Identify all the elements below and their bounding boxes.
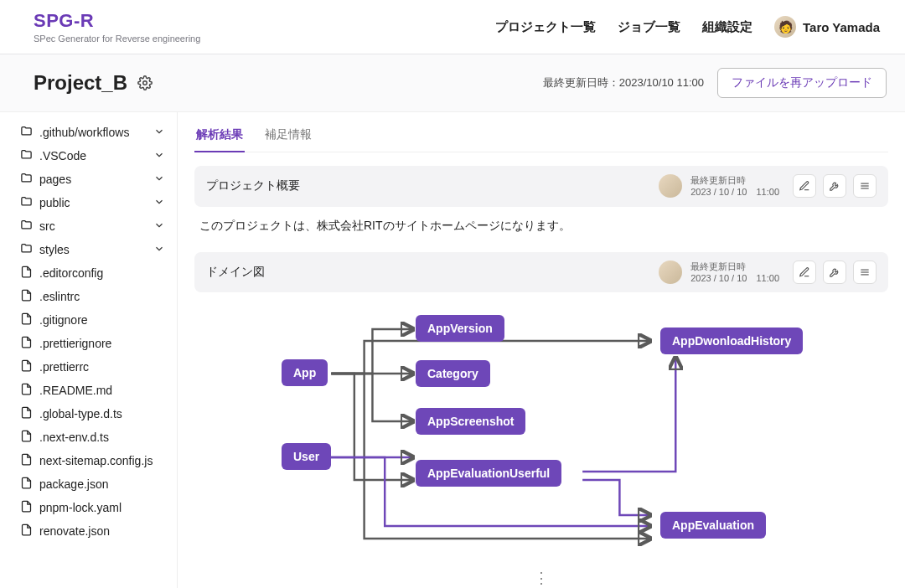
sidebar-file[interactable]: .global-type.d.ts (20, 402, 165, 426)
folder-icon (20, 219, 33, 234)
sidebar-item-label: styles (39, 243, 147, 256)
file-icon (20, 336, 33, 351)
folder-icon (20, 242, 33, 257)
file-icon (20, 312, 33, 328)
folder-icon (20, 172, 33, 187)
nav-org[interactable]: 組織設定 (702, 19, 752, 35)
sidebar-folder[interactable]: styles (20, 238, 165, 261)
brand: SPG-R SPec Generator for Reverse enginee… (34, 10, 200, 44)
edit-icon[interactable] (793, 260, 816, 284)
node-appscreenshot[interactable]: AppScreenshot (416, 408, 525, 435)
sidebar-item-label: .README.md (39, 384, 165, 397)
node-category[interactable]: Category (416, 360, 490, 387)
sidebar-file[interactable]: .README.md (20, 379, 165, 402)
sidebar-item-label: renovate.json (39, 524, 165, 538)
tabs: 解析結果 補足情報 (194, 122, 888, 152)
file-icon (20, 453, 33, 468)
header: SPG-R SPec Generator for Reverse enginee… (0, 0, 905, 54)
tab-supplement[interactable]: 補足情報 (263, 122, 313, 152)
avatar-icon (659, 260, 682, 284)
domain-diagram: App User AppVersion Category AppScreensh… (199, 304, 883, 572)
svg-point-0 (143, 81, 147, 85)
sidebar-item-label: .editorconfig (39, 266, 165, 280)
chevron-down-icon (153, 126, 165, 140)
tab-results[interactable]: 解析結果 (194, 122, 245, 152)
sidebar-item-label: .VSCode (39, 149, 147, 162)
file-icon (20, 289, 33, 304)
page-head: Project_B 最終更新日時：2023/10/10 11:00 ファイルを再… (0, 54, 905, 112)
page-title: Project_B (34, 71, 127, 95)
file-icon (20, 477, 33, 492)
card-domain: ドメイン図 最終更新日時 2023 / 10 / 10 11:00 (194, 252, 888, 588)
node-appversion[interactable]: AppVersion (416, 315, 504, 342)
sidebar-item-label: pages (39, 173, 147, 186)
sidebar-file[interactable]: package.json (20, 472, 165, 496)
sidebar-file[interactable]: .gitignore (20, 308, 165, 332)
sidebar-item-label: .eslintrc (39, 290, 165, 303)
sidebar-item-label: .next-env.d.ts (39, 431, 165, 444)
file-icon (20, 383, 33, 398)
sidebar-file[interactable]: .eslintrc (20, 285, 165, 308)
sidebar: .github/workflows.VSCodepagespublicsrcst… (0, 112, 178, 588)
card-domain-title: ドメイン図 (206, 265, 265, 280)
node-appdownloadhistory[interactable]: AppDwonloadHistory (660, 328, 803, 354)
file-icon (20, 406, 33, 421)
sidebar-folder[interactable]: public (20, 191, 165, 214)
sidebar-item-label: pnpm-lock.yaml (39, 501, 165, 514)
sidebar-file[interactable]: next-sitemap.config.js (20, 449, 165, 472)
file-icon (20, 500, 33, 515)
sidebar-item-label: .gitignore (39, 313, 165, 327)
chevron-down-icon (153, 173, 165, 187)
chevron-down-icon (153, 243, 165, 257)
sidebar-item-label: package.json (39, 477, 165, 491)
reupload-button[interactable]: ファイルを再アップロード (717, 68, 887, 98)
main: 解析結果 補足情報 プロジェクト概要 最終更新日時 2023 / 10 / 10… (178, 112, 905, 588)
avatar-icon: 🧑 (774, 16, 796, 38)
folder-icon (20, 148, 33, 163)
tool-icon[interactable] (823, 260, 846, 284)
folder-icon (20, 125, 33, 140)
file-icon (20, 266, 33, 281)
tool-icon[interactable] (823, 174, 846, 198)
sidebar-file[interactable]: .editorconfig (20, 261, 165, 285)
nav-jobs[interactable]: ジョブ一覧 (618, 19, 680, 35)
card-meta: 最終更新日時 2023 / 10 / 10 11:00 (690, 260, 779, 285)
sidebar-item-label: .prettierrc (39, 360, 165, 374)
menu-icon[interactable] (853, 174, 877, 198)
edit-icon[interactable] (793, 174, 816, 198)
sidebar-item-label: .prettierignore (39, 337, 165, 350)
sidebar-item-label: next-sitemap.config.js (39, 454, 165, 467)
sidebar-item-label: src (39, 219, 147, 233)
chevron-down-icon (153, 219, 165, 234)
sidebar-file[interactable]: .prettierignore (20, 332, 165, 355)
sidebar-folder[interactable]: src (20, 214, 165, 238)
card-overview-title: プロジェクト概要 (206, 178, 300, 193)
chevron-down-icon (153, 149, 165, 163)
node-appevaluationuserful[interactable]: AppEvaluationUserful (416, 460, 561, 487)
sidebar-file[interactable]: .prettierrc (20, 355, 165, 379)
brand-name: SPG-R (34, 10, 200, 32)
sidebar-item-label: .github/workflows (39, 126, 147, 139)
nav-projects[interactable]: プロジェクト一覧 (495, 19, 596, 35)
file-icon (20, 524, 33, 539)
sidebar-file[interactable]: pnpm-lock.yaml (20, 496, 165, 519)
sidebar-folder[interactable]: pages (20, 168, 165, 191)
sidebar-folder[interactable]: .github/workflows (20, 121, 165, 144)
menu-icon[interactable] (853, 260, 877, 284)
user-menu[interactable]: 🧑 Taro Yamada (774, 16, 880, 38)
folder-icon (20, 195, 33, 210)
lastmod-label: 最終更新日時：2023/10/10 11:00 (543, 75, 704, 90)
node-app[interactable]: App (282, 359, 328, 386)
user-name: Taro Yamada (803, 20, 880, 34)
brand-tagline: SPec Generator for Reverse engineering (34, 34, 200, 44)
node-user[interactable]: User (282, 443, 331, 470)
gear-icon[interactable] (137, 75, 153, 90)
file-icon (20, 430, 33, 445)
card-overview-body: このプロジェクトは、株式会社RITのサイトホームページになります。 (194, 207, 888, 237)
sidebar-file[interactable]: .next-env.d.ts (20, 426, 165, 449)
sidebar-file[interactable]: renovate.json (20, 519, 165, 543)
file-icon (20, 359, 33, 374)
node-appevaluation[interactable]: AppEvaluation (660, 512, 766, 539)
card-meta: 最終更新日時 2023 / 10 / 10 11:00 (690, 174, 779, 199)
sidebar-folder[interactable]: .VSCode (20, 144, 165, 168)
